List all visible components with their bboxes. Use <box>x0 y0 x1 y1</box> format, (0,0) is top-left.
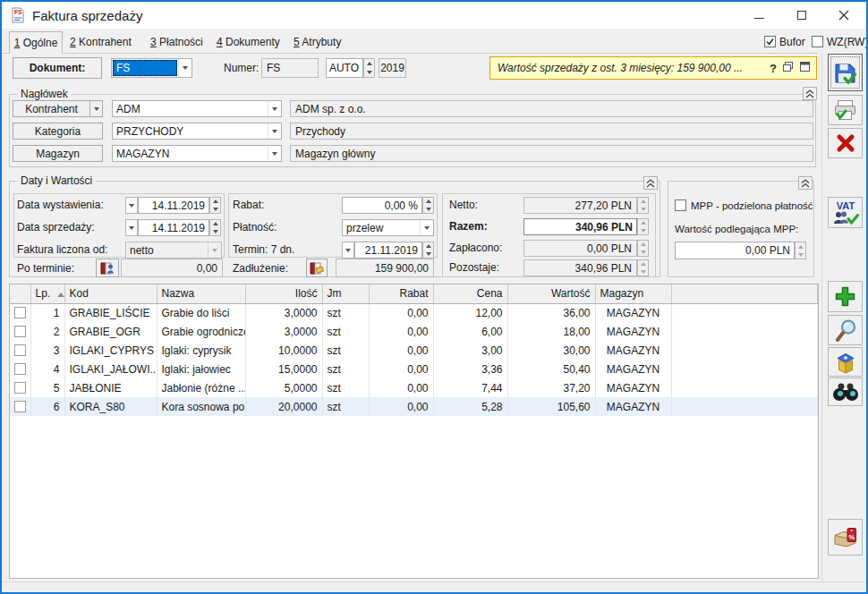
chevron-down-icon[interactable] <box>420 220 433 235</box>
data-sprzedazy-input[interactable]: 14.11.2019 <box>138 219 209 236</box>
spinner-up-icon[interactable] <box>364 59 374 68</box>
data-wystawienia-calendar-button[interactable] <box>125 197 138 214</box>
row-select-checkbox[interactable] <box>14 307 26 318</box>
kategoria-name-field: Przychody <box>290 123 813 140</box>
chevron-down-icon[interactable] <box>268 146 281 161</box>
mpp-checkbox[interactable] <box>675 199 686 211</box>
kontrahent-button[interactable]: Kontrahent <box>13 100 90 117</box>
col-header-jm[interactable]: Jm <box>322 284 369 303</box>
table-row-selected[interactable]: 6 KORA_S80 Kora sosnowa po... 20,0000 sz… <box>10 397 818 416</box>
row-select-checkbox[interactable] <box>14 344 26 356</box>
col-header-rabat[interactable]: Rabat <box>369 284 433 303</box>
termin-spinner[interactable] <box>422 242 434 259</box>
col-header-lp[interactable]: Lp. <box>30 284 64 303</box>
table-row[interactable]: 3 IGLAKI_CYPRYS Iglaki: cyprysik 10,0000… <box>10 341 818 360</box>
print-button[interactable] <box>828 95 863 125</box>
data-wystawienia-input[interactable]: 14.11.2019 <box>138 197 209 214</box>
cancel-button[interactable] <box>828 128 863 158</box>
numer-auto-input[interactable]: AUTO <box>326 58 363 78</box>
bufor-checkbox[interactable] <box>764 36 776 47</box>
row-select-checkbox[interactable] <box>14 363 26 375</box>
collapse-mpp-button[interactable] <box>798 176 813 190</box>
chevron-down-icon[interactable] <box>268 101 281 116</box>
restore-panel-icon[interactable] <box>782 61 794 75</box>
col-header-wartosc[interactable]: Wartość <box>507 284 595 303</box>
magazyn-button[interactable]: Magazyn <box>13 145 103 162</box>
help-icon[interactable]: ? <box>770 62 777 75</box>
find-item-button[interactable] <box>828 378 863 406</box>
zaplacono-field: 0,00 PLN <box>523 240 637 257</box>
mpp-checkbox-label: MPP - podzielona płatność <box>691 198 813 215</box>
data-sprzedazy-spinner[interactable] <box>209 219 221 236</box>
table-row[interactable]: 4 IGLAKI_JAŁOWI... Iglaki: jałowiec 15,0… <box>10 360 818 378</box>
spinner-down-icon[interactable] <box>364 68 374 77</box>
spinner-down-icon[interactable] <box>210 228 220 236</box>
spinner-down-icon[interactable] <box>210 206 220 214</box>
termin-calendar-button[interactable] <box>342 242 354 259</box>
spinner-down-icon[interactable] <box>423 250 433 259</box>
spinner-up-icon[interactable] <box>423 242 433 250</box>
chevron-down-icon[interactable] <box>268 123 281 139</box>
col-header-magazyn[interactable]: Magazyn <box>595 284 671 303</box>
col-header-cena[interactable]: Cena <box>433 284 507 303</box>
red-x-icon <box>834 132 857 155</box>
spinner-up-icon[interactable] <box>210 220 220 228</box>
naglowek-legend: Nagłówek <box>17 88 72 100</box>
delete-item-button[interactable] <box>828 347 863 377</box>
save-button[interactable] <box>828 54 863 91</box>
chevron-double-up-icon <box>801 179 810 188</box>
tab-platnosci[interactable]: 3 Płatności <box>141 31 212 54</box>
maximize-panel-icon[interactable] <box>799 61 811 75</box>
chevron-down-icon[interactable] <box>178 59 191 77</box>
kategoria-code-combo[interactable]: PRZYCHODY <box>112 123 282 140</box>
termin-input[interactable]: 21.11.2019 <box>354 242 422 259</box>
document-type-combo[interactable]: FS <box>111 58 192 78</box>
data-sprzedazy-calendar-button[interactable] <box>125 219 138 236</box>
table-row[interactable]: 5 JABŁONIE Jabłonie (różne ... 5,0000 sz… <box>10 378 818 397</box>
select-all-header[interactable] <box>10 284 30 303</box>
row-select-checkbox[interactable] <box>14 382 26 394</box>
collapse-naglowek-button[interactable] <box>803 87 817 100</box>
maximize-button[interactable] <box>781 2 821 29</box>
numer-auto-spinner[interactable] <box>363 58 375 78</box>
col-header-kod[interactable]: Kod <box>64 284 157 303</box>
tab-atrybuty[interactable]: 5 Atrybuty <box>285 31 350 54</box>
col-header-ilosc[interactable]: Ilość <box>245 284 322 303</box>
rabat-input[interactable]: 0,00 % <box>342 197 422 214</box>
minimize-button[interactable] <box>739 2 779 29</box>
zadluzenie-button[interactable] <box>306 259 328 277</box>
edit-item-button[interactable] <box>828 315 863 345</box>
tab-dokumenty[interactable]: 4 Dokumenty <box>208 31 289 54</box>
trash-icon <box>835 351 856 374</box>
tab-kontrahent[interactable]: 2 Kontrahent <box>61 31 140 54</box>
kontrahent-dropdown-button[interactable] <box>89 100 103 117</box>
row-select-checkbox[interactable] <box>14 401 26 412</box>
kontrahent-code-combo[interactable]: ADM <box>112 100 282 117</box>
data-wystawienia-spinner[interactable] <box>209 197 221 214</box>
mpp-value-input[interactable]: 0,00 PLN <box>675 242 795 259</box>
discount-button[interactable]: % <box>828 519 863 556</box>
pozostaje-label: Pozostaje: <box>449 259 499 276</box>
tab-ogolne[interactable]: 1 Ogólne <box>9 31 63 54</box>
collapse-daty-button[interactable] <box>643 176 658 190</box>
floppy-check-icon <box>833 61 857 85</box>
table-row[interactable]: 2 GRABIE_OGR Grabie ogrodnicze 3,0000 sz… <box>10 322 818 341</box>
kategoria-button[interactable]: Kategoria <box>13 123 103 140</box>
rabat-spinner[interactable] <box>422 197 434 214</box>
magazyn-code-combo[interactable]: MAGAZYN <box>112 145 282 162</box>
po-terminie-button[interactable] <box>96 259 119 277</box>
spinner-up-icon[interactable] <box>210 198 220 206</box>
wz-checkbox[interactable] <box>812 36 823 47</box>
table-row[interactable]: 1 GRABIE_LIŚCIE Grabie do liści 3,0000 s… <box>10 303 818 322</box>
chevron-double-up-icon <box>646 179 655 188</box>
add-item-button[interactable] <box>828 281 863 312</box>
row-select-checkbox[interactable] <box>14 326 26 337</box>
close-button[interactable] <box>823 2 864 29</box>
spinner-down-icon[interactable] <box>423 206 433 214</box>
spinner-up-icon[interactable] <box>423 198 433 206</box>
platnosc-combo[interactable]: przelew <box>342 219 434 236</box>
col-header-nazwa[interactable]: Nazwa <box>157 284 245 303</box>
dokument-button[interactable]: Dokument: <box>13 57 102 79</box>
vat-button[interactable]: VAT <box>828 197 863 228</box>
zaplacono-label: Zapłacono: <box>449 240 502 257</box>
